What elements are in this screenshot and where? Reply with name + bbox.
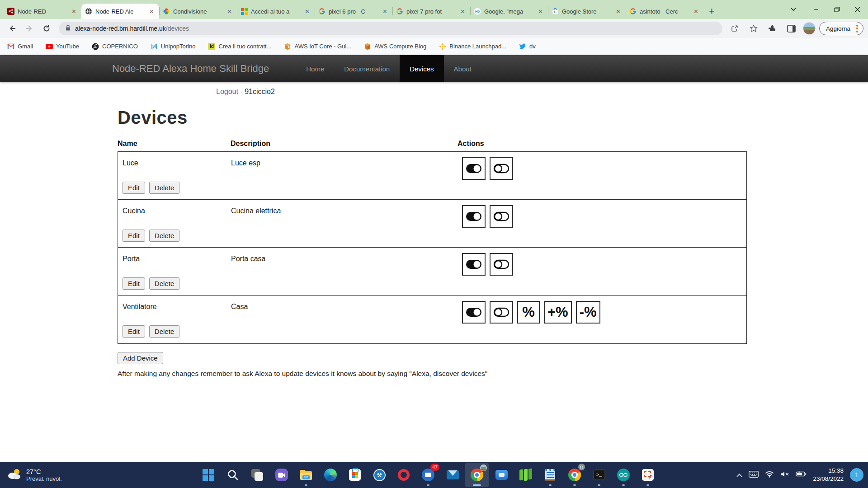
- search-button[interactable]: [221, 463, 245, 487]
- terminal-button[interactable]: >_: [587, 463, 611, 487]
- profile-avatar[interactable]: [803, 22, 816, 35]
- settings-tool-button[interactable]: ⚒: [367, 463, 392, 487]
- close-icon[interactable]: ✕: [537, 8, 544, 15]
- toggle-off-button[interactable]: [490, 157, 513, 180]
- side-panel-icon[interactable]: [784, 21, 799, 36]
- logout-link[interactable]: Logout: [216, 88, 238, 95]
- toggle-off-button[interactable]: [490, 253, 513, 276]
- edit-button[interactable]: Edit: [123, 230, 145, 242]
- minimize-button[interactable]: [806, 0, 826, 19]
- close-icon[interactable]: ✕: [70, 8, 78, 15]
- minus-percent-button[interactable]: -%: [576, 301, 600, 324]
- microsoft-store-button[interactable]: [343, 463, 367, 487]
- add-device-button[interactable]: Add Device: [118, 352, 163, 364]
- toggle-off-button[interactable]: [490, 205, 513, 228]
- delete-button[interactable]: Delete: [149, 325, 179, 338]
- menu-kebab-icon[interactable]: [854, 25, 860, 33]
- close-window-button[interactable]: [847, 0, 868, 19]
- edit-button[interactable]: Edit: [123, 325, 145, 338]
- close-icon[interactable]: ✕: [303, 8, 311, 15]
- battery-plugged-icon[interactable]: [796, 471, 807, 479]
- percent-button[interactable]: %: [517, 301, 540, 324]
- weather-widget[interactable]: 27°C Preval. nuvol.: [6, 468, 196, 482]
- update-button[interactable]: Aggiorna: [819, 22, 863, 35]
- opera-button[interactable]: [392, 463, 416, 487]
- bookmark-label: Gmail: [18, 43, 33, 50]
- bookmark-binance[interactable]: Binance Launchpad...: [439, 43, 506, 50]
- share-icon[interactable]: [727, 21, 742, 36]
- tab-pixel7[interactable]: pixel 7 pro fot ✕: [392, 4, 470, 19]
- edge-button[interactable]: [318, 463, 343, 487]
- new-tab-button[interactable]: +: [703, 5, 720, 19]
- bookmark-dv-twitter[interactable]: dv: [519, 43, 536, 50]
- close-icon[interactable]: ✕: [459, 8, 467, 15]
- bookmark-contratto[interactable]: id Crea il tuo contratt...: [208, 43, 271, 50]
- bookmark-star-icon[interactable]: [746, 21, 761, 36]
- tray-chevron-icon[interactable]: [736, 471, 742, 479]
- delete-button[interactable]: Delete: [149, 182, 179, 194]
- nav-item-documentation[interactable]: Documentation: [334, 55, 400, 82]
- notification-count-badge[interactable]: 1: [850, 468, 863, 482]
- notepad-button[interactable]: [538, 463, 562, 487]
- bookmark-aws-iot[interactable]: AWS IoT Core - Gui...: [284, 43, 351, 50]
- chrome-profile-button[interactable]: R: [562, 463, 587, 487]
- delete-button[interactable]: Delete: [149, 277, 179, 290]
- nav-item-about[interactable]: About: [444, 55, 481, 82]
- delete-button[interactable]: Delete: [149, 230, 179, 242]
- bookmark-aws-compute[interactable]: AWS Compute Blog: [364, 43, 426, 50]
- close-icon[interactable]: ✕: [148, 8, 156, 15]
- tab-asintoto[interactable]: asintoto - Cerc ✕: [626, 4, 703, 19]
- task-view-button[interactable]: [245, 463, 269, 487]
- nav-item-home[interactable]: Home: [296, 55, 334, 82]
- bookmark-gmail[interactable]: Gmail: [7, 43, 33, 50]
- tab-node-red-alexa-active[interactable]: Node-RED Ale ✕: [81, 4, 159, 19]
- clock[interactable]: 15:38 23/08/2022: [813, 467, 844, 483]
- tab-search-chevron-icon[interactable]: [787, 0, 800, 19]
- opera-icon: [398, 469, 410, 481]
- edit-button[interactable]: Edit: [123, 277, 145, 290]
- bookmark-youtube[interactable]: YouTube: [46, 43, 79, 50]
- toggle-on-button[interactable]: [462, 205, 486, 228]
- plus-percent-button[interactable]: +%: [544, 301, 572, 324]
- toggle-on-button[interactable]: [462, 301, 486, 324]
- nav-item-devices[interactable]: Devices: [400, 55, 443, 82]
- reload-icon[interactable]: [39, 21, 54, 36]
- wifi-icon[interactable]: [765, 471, 774, 479]
- table-row: Luce Luce esp Edit Delete: [118, 152, 746, 200]
- mail-button[interactable]: [440, 463, 465, 487]
- bookmark-copernico[interactable]: COPERNICO: [92, 43, 138, 50]
- panels-app-button[interactable]: [514, 463, 538, 487]
- toggle-on-button[interactable]: [462, 157, 486, 180]
- tab-google-mega[interactable]: HD Google, "mega ✕: [470, 4, 548, 19]
- tab-node-red[interactable]: Node-RED ✕: [4, 4, 81, 19]
- close-icon[interactable]: ✕: [381, 8, 389, 15]
- chat-button[interactable]: [269, 463, 294, 487]
- forward-icon[interactable]: [22, 21, 37, 36]
- chrome-button-active[interactable]: [465, 463, 489, 487]
- close-icon[interactable]: ✕: [226, 8, 233, 15]
- edit-button[interactable]: Edit: [123, 182, 145, 194]
- tab-pixel6[interactable]: pixel 6 pro - C ✕: [315, 4, 392, 19]
- snipping-tool-button[interactable]: ✂: [636, 463, 660, 487]
- close-icon[interactable]: ✕: [614, 8, 622, 15]
- microsoft-icon: [241, 8, 248, 15]
- start-button[interactable]: [196, 463, 221, 487]
- address-bar[interactable]: alexa-node-red.bm.hardill.me.uk/devices: [59, 22, 722, 35]
- tab-condivisione[interactable]: Condivisione - ✕: [159, 4, 237, 19]
- volume-muted-icon[interactable]: [780, 471, 789, 479]
- file-explorer-button[interactable]: [294, 463, 318, 487]
- back-icon[interactable]: [5, 21, 20, 36]
- touch-keyboard-icon[interactable]: [749, 471, 759, 479]
- remote-app-button[interactable]: [489, 463, 514, 487]
- close-icon[interactable]: ✕: [692, 8, 700, 15]
- bookmark-unipoptorino[interactable]: UnipopTorino: [151, 43, 196, 50]
- twitter-icon: [519, 43, 526, 50]
- thunderbird-button[interactable]: 47: [416, 463, 440, 487]
- arduino-button[interactable]: [611, 463, 636, 487]
- toggle-on-button[interactable]: [462, 253, 486, 276]
- toggle-off-button[interactable]: [490, 301, 513, 324]
- restore-button[interactable]: [826, 0, 847, 19]
- tab-accedi[interactable]: Accedi al tuo a ✕: [237, 4, 315, 19]
- tab-google-store[interactable]: G Google Store - ✕: [548, 4, 626, 19]
- extensions-puzzle-icon[interactable]: [765, 21, 780, 36]
